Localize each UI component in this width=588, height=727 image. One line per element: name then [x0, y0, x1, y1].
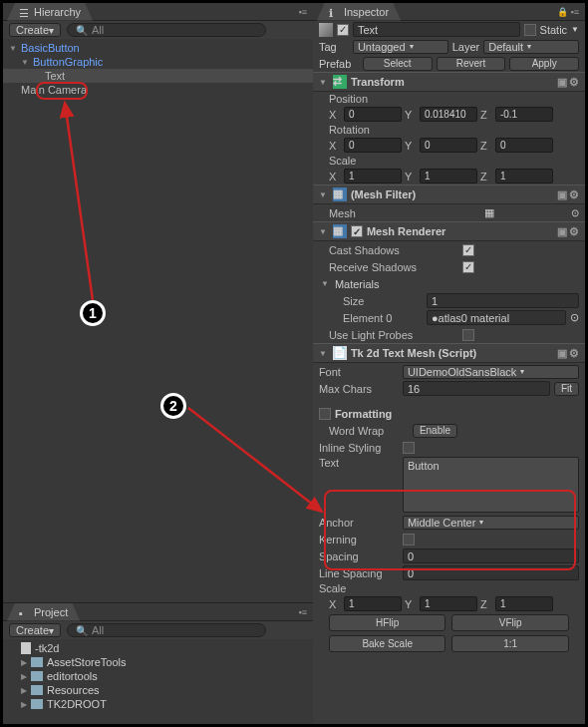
fit-button[interactable]: Fit: [554, 382, 579, 396]
text-textarea[interactable]: Button: [403, 457, 579, 513]
help-icon[interactable]: ▣: [557, 225, 567, 238]
create-button[interactable]: Create ▾: [9, 23, 61, 37]
gear-icon[interactable]: ⚙: [569, 188, 579, 201]
mesh-label: Mesh: [329, 207, 409, 219]
meshrenderer-enabled-checkbox[interactable]: ✓: [351, 225, 363, 237]
element0-label: Element 0: [343, 312, 423, 324]
project-item[interactable]: ▶TK2DROOT: [3, 697, 313, 711]
tm-scale-y-input[interactable]: [420, 596, 477, 611]
textmesh-scale-label: Scale: [313, 581, 585, 595]
prefab-revert-button[interactable]: Revert: [437, 57, 506, 71]
help-icon[interactable]: ▣: [557, 76, 567, 89]
spacing-input[interactable]: [403, 548, 579, 563]
cast-shadows-checkbox[interactable]: ✓: [462, 244, 474, 256]
foldout-icon[interactable]: ▼: [319, 78, 329, 87]
scale-z-input[interactable]: [495, 169, 553, 183]
inline-styling-checkbox[interactable]: [403, 442, 415, 454]
project-item[interactable]: -tk2d: [3, 641, 313, 655]
rotation-label: Rotation: [313, 123, 585, 137]
inspector-tab[interactable]: ℹ Inspector: [317, 3, 401, 21]
foldout-icon[interactable]: ▼: [319, 227, 329, 236]
transform-icon: ⇄: [333, 75, 347, 89]
dock-menu-icon[interactable]: ▪≡: [298, 7, 306, 17]
meshrenderer-title: Mesh Renderer: [367, 225, 445, 237]
gear-icon[interactable]: ⚙: [569, 76, 579, 89]
project-item[interactable]: ▶editortools: [3, 669, 313, 683]
font-label: Font: [319, 366, 399, 378]
object-picker-icon[interactable]: ⊙: [570, 311, 579, 324]
tm-scale-z-input[interactable]: [495, 596, 553, 611]
static-checkbox[interactable]: [524, 24, 536, 36]
linespacing-label: Line Spacing: [319, 567, 399, 579]
tree-item-buttongraphic[interactable]: ▼ButtonGraphic: [3, 55, 313, 69]
scale-y-input[interactable]: [420, 169, 477, 183]
project-item[interactable]: ▶AssetStoreTools: [3, 655, 313, 669]
size-label: Size: [343, 295, 423, 307]
project-search-input[interactable]: 🔍 All: [67, 623, 266, 637]
dock-menu-icon[interactable]: 🔒 ▪≡: [557, 7, 579, 17]
prefab-select-button[interactable]: Select: [363, 57, 433, 71]
materials-label: Materials: [335, 278, 380, 290]
hierarchy-tab[interactable]: ☰ Hierarchy: [7, 3, 93, 21]
bake-scale-button[interactable]: Bake Scale: [329, 635, 446, 652]
gameobject-name-input[interactable]: [353, 22, 520, 37]
hierarchy-search-input[interactable]: 🔍 All: [67, 23, 266, 37]
project-tab[interactable]: ▪ Project: [7, 603, 80, 621]
foldout-icon[interactable]: ▼: [9, 44, 19, 53]
rotation-z-input[interactable]: [495, 138, 553, 153]
object-picker-icon[interactable]: ⊙: [571, 207, 579, 218]
layer-dropdown[interactable]: Default: [483, 40, 579, 54]
receive-shadows-checkbox[interactable]: ✓: [462, 261, 474, 273]
prefab-label: Prefab: [319, 58, 359, 70]
tree-item-text[interactable]: Text: [3, 69, 313, 83]
maxchars-input[interactable]: [403, 381, 550, 396]
vflip-button[interactable]: VFlip: [451, 614, 569, 631]
project-item[interactable]: ▶Resources: [3, 683, 313, 697]
help-icon[interactable]: ▣: [557, 347, 567, 360]
gear-icon[interactable]: ⚙: [569, 225, 579, 238]
linespacing-input[interactable]: [403, 565, 579, 580]
hflip-button[interactable]: HFlip: [329, 614, 446, 631]
gameobject-icon[interactable]: [319, 23, 333, 37]
lightprobes-checkbox[interactable]: [462, 329, 474, 341]
static-dropdown-icon[interactable]: ▼: [571, 25, 579, 34]
gear-icon[interactable]: ⚙: [569, 347, 579, 360]
foldout-icon[interactable]: ▼: [321, 279, 331, 288]
font-dropdown[interactable]: UIDemoOldSansBlack: [403, 365, 579, 379]
materials-size-input[interactable]: [427, 293, 579, 308]
tm-scale-x-input[interactable]: [344, 596, 402, 611]
project-tree: -tk2d ▶AssetStoreTools ▶editortools ▶Res…: [3, 639, 313, 724]
position-x-input[interactable]: [344, 107, 402, 122]
active-checkbox[interactable]: ✓: [337, 24, 349, 36]
wordwrap-enable-button[interactable]: Enable: [413, 424, 457, 438]
tree-item-basicbutton[interactable]: ▼BasicButton: [3, 41, 313, 55]
scale-x-input[interactable]: [344, 169, 402, 183]
element0-field[interactable]: ● atlas0 material: [427, 310, 566, 325]
position-z-input[interactable]: [495, 107, 553, 122]
position-y-input[interactable]: [420, 107, 477, 122]
text-label: Text: [319, 457, 399, 469]
rotation-y-input[interactable]: [420, 138, 477, 153]
tag-dropdown[interactable]: Untagged: [353, 40, 448, 54]
rotation-x-input[interactable]: [344, 138, 402, 153]
hierarchy-tab-label: Hierarchy: [34, 6, 81, 18]
tree-item-maincamera[interactable]: Main Camera: [3, 83, 313, 97]
prefab-apply-button[interactable]: Apply: [509, 57, 579, 71]
transform-title: Transform: [351, 76, 405, 88]
textmesh-title: Tk 2d Text Mesh (Script): [351, 347, 476, 359]
project-create-button[interactable]: Create ▾: [9, 623, 61, 637]
project-tab-label: Project: [34, 606, 68, 618]
formatting-checkbox[interactable]: [319, 408, 331, 420]
kerning-checkbox[interactable]: [403, 534, 415, 545]
foldout-icon[interactable]: ▼: [319, 190, 329, 199]
dock-menu-icon[interactable]: ▪≡: [298, 607, 306, 617]
ratio-button[interactable]: 1:1: [451, 635, 569, 652]
foldout-icon[interactable]: ▼: [319, 349, 329, 358]
kerning-label: Kerning: [319, 534, 399, 545]
tag-label: Tag: [319, 41, 349, 53]
foldout-icon[interactable]: ▼: [21, 58, 31, 67]
lightprobes-label: Use Light Probes: [329, 329, 458, 341]
help-icon[interactable]: ▣: [557, 188, 567, 201]
anchor-dropdown[interactable]: Middle Center: [403, 516, 579, 530]
script-icon: 📄: [333, 346, 347, 360]
